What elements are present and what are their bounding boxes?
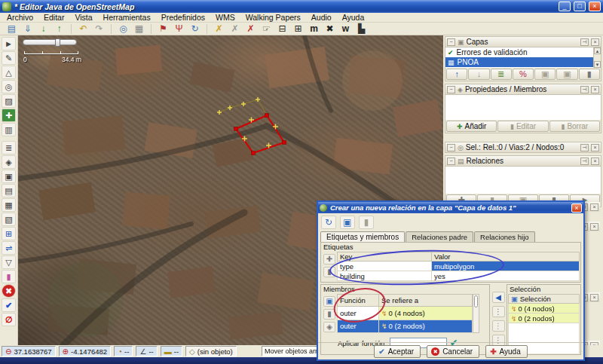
- add-members-before-button[interactable]: ⋮: [492, 306, 505, 317]
- tag-key-cell[interactable]: building: [338, 271, 432, 281]
- selection-column-header[interactable]: ▣ Selección: [509, 295, 580, 304]
- conflict-toggle-icon[interactable]: ⇌: [2, 241, 16, 255]
- tags-toggle-icon[interactable]: ◈: [2, 155, 16, 169]
- wc-icon[interactable]: w: [338, 23, 353, 35]
- close-icon[interactable]: ×: [590, 294, 598, 301]
- selection-row[interactable]: ↯0 (4 nodos): [509, 304, 580, 314]
- menu-wms[interactable]: WMS: [210, 13, 240, 22]
- pin-icon[interactable]: ⊣: [580, 86, 589, 93]
- member-row-selected[interactable]: outer ↯0 (2 nodos): [338, 320, 473, 332]
- layer-down-button[interactable]: ↓: [468, 69, 489, 80]
- tab-etiquetas-y-miembros[interactable]: Etiquetas y miembros: [320, 231, 405, 242]
- add-members-middle-button[interactable]: ⋮: [492, 320, 505, 332]
- zoom-selection-icon[interactable]: ◎: [116, 23, 130, 35]
- menu-vista[interactable]: Vista: [69, 13, 97, 22]
- works-icon[interactable]: ▙: [354, 23, 369, 35]
- select-tool-icon[interactable]: ►: [2, 37, 16, 50]
- add-property-button[interactable]: ✚ Añadir: [446, 121, 497, 132]
- collapse-icon[interactable]: −: [447, 38, 455, 46]
- scrollbar-thumb[interactable]: [474, 295, 478, 307]
- menu-predefinidos[interactable]: Predefinidos: [156, 13, 210, 22]
- tag-value-cell[interactable]: multipolygon: [432, 262, 580, 271]
- delete-tool-icon[interactable]: ▨: [2, 94, 16, 108]
- car-icon[interactable]: ⊟: [275, 23, 289, 35]
- tag-value-cell[interactable]: yes: [432, 271, 580, 281]
- apply-icon[interactable]: ↻: [321, 216, 336, 229]
- collapse-icon[interactable]: −: [447, 144, 455, 151]
- copy-tags-icon[interactable]: ▣: [340, 216, 355, 229]
- layer-row-validation[interactable]: ✔ Errores de validación: [445, 47, 593, 57]
- layer-delete-button[interactable]: ▮: [579, 69, 600, 80]
- scroll-down-icon[interactable]: ▼: [594, 61, 601, 68]
- map-style-toggle-icon[interactable]: ▣: [2, 170, 16, 183]
- dialog-title-bar[interactable]: Crear una nueva relación en la capa "Cap…: [318, 202, 583, 213]
- pin-icon[interactable]: ⊣: [580, 158, 589, 165]
- tag-row[interactable]: type multipolygon: [338, 262, 580, 271]
- cancel-button[interactable]: ✖ Cancelar: [427, 345, 479, 358]
- validation-error-icon[interactable]: ✖: [2, 284, 16, 298]
- tag-row[interactable]: building yes: [338, 271, 580, 281]
- filter-toggle-icon[interactable]: ▽: [2, 255, 16, 269]
- layer-up-button[interactable]: ↑: [446, 69, 467, 80]
- close-icon[interactable]: ×: [591, 86, 599, 93]
- value-column-header[interactable]: Valor: [432, 252, 580, 262]
- layer-opacity-button[interactable]: %: [513, 69, 534, 80]
- extrude-tool-icon[interactable]: ▥: [2, 123, 16, 136]
- hand-icon[interactable]: ☞: [259, 23, 274, 35]
- tool-yellow-icon[interactable]: ✗: [212, 23, 226, 35]
- pin-icon[interactable]: ⊣: [580, 144, 589, 151]
- refresh-icon[interactable]: ↻: [188, 23, 202, 35]
- zoom-slider[interactable]: [23, 39, 77, 45]
- tag-key-cell[interactable]: type: [338, 262, 432, 271]
- members-scrollbar[interactable]: [473, 294, 479, 333]
- purge-icon[interactable]: ▮: [2, 270, 16, 283]
- close-icon[interactable]: ×: [590, 203, 598, 211]
- monument-icon[interactable]: m: [307, 23, 321, 35]
- photo-toggle-icon[interactable]: ▦: [2, 198, 16, 212]
- cross-icon[interactable]: ✖: [323, 23, 337, 35]
- collapse-icon[interactable]: −: [447, 158, 455, 165]
- tool-gray-icon[interactable]: ✗: [228, 23, 242, 35]
- add-tag-icon[interactable]: ✚: [323, 254, 335, 265]
- zoom-tool-icon[interactable]: ◎: [2, 80, 16, 93]
- help-button[interactable]: ✚ Ayuda: [485, 345, 528, 358]
- members-tag-icon[interactable]: ◈: [323, 322, 335, 332]
- scroll-up-icon[interactable]: ▲: [594, 47, 601, 54]
- draw-node-tool-icon[interactable]: ✎: [2, 51, 16, 65]
- menu-editar[interactable]: Editar: [38, 13, 69, 22]
- imagery-toggle-icon[interactable]: ▧: [2, 213, 16, 226]
- member-role-cell[interactable]: outer: [338, 307, 379, 320]
- survey-icon[interactable]: ⚑: [156, 23, 170, 35]
- redo-icon[interactable]: ↷: [92, 23, 106, 35]
- dialog-close-button[interactable]: ×: [571, 203, 582, 213]
- delete-relation-icon[interactable]: ▮: [359, 216, 374, 229]
- open-icon[interactable]: ▤: [5, 23, 19, 35]
- refers-column-header[interactable]: Se refiere a: [379, 295, 473, 307]
- collapse-icon[interactable]: −: [447, 86, 455, 93]
- menu-herramientas[interactable]: Herramientas: [98, 13, 156, 22]
- tool-red-icon[interactable]: ✗: [243, 23, 258, 35]
- member-row[interactable]: outer ↯0 (4 nodos): [338, 307, 473, 320]
- paste-members-icon[interactable]: ▣: [323, 296, 335, 307]
- member-role-cell[interactable]: outer: [338, 320, 379, 332]
- layers-toggle-icon[interactable]: ≣: [2, 141, 16, 154]
- tab-relaciones-hijo[interactable]: Relaciones hijo: [474, 231, 534, 242]
- add-selected-members-button[interactable]: ◀: [492, 292, 505, 303]
- close-icon[interactable]: ×: [590, 223, 598, 231]
- preferences-icon[interactable]: ▦: [132, 23, 146, 35]
- close-icon[interactable]: ×: [591, 38, 599, 46]
- delete-tag-icon[interactable]: ▮: [323, 267, 335, 277]
- selection-row[interactable]: ↯0 (2 nodos): [509, 314, 580, 323]
- members-tool-icon[interactable]: ▮: [323, 309, 335, 320]
- edit-property-button[interactable]: ▮ Editar: [497, 121, 548, 132]
- validation-ok-icon[interactable]: ✔: [2, 298, 16, 312]
- key-column-header[interactable]: Key: [338, 252, 432, 262]
- maximize-button[interactable]: □: [574, 2, 586, 11]
- menu-ayuda[interactable]: Ayuda: [337, 13, 370, 22]
- menu-archivo[interactable]: Archivo: [2, 13, 38, 22]
- layers-scrollbar[interactable]: ▲ ▼: [593, 47, 601, 68]
- no-entry-icon[interactable]: ∅: [2, 313, 16, 326]
- close-icon[interactable]: ×: [591, 144, 599, 151]
- tab-relaciones-padre[interactable]: Relaciones padre: [406, 231, 473, 242]
- accept-button[interactable]: ✔ Aceptar: [374, 345, 421, 358]
